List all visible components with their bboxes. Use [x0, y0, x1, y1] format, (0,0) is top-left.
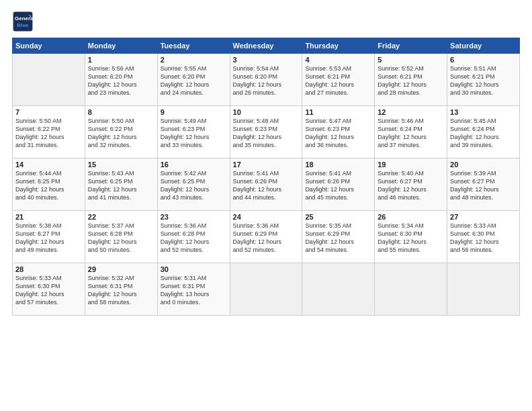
day-number: 19 [378, 161, 444, 169]
week-row-4: 21Sunrise: 5:38 AM Sunset: 6:27 PM Dayli… [13, 211, 520, 263]
day-number: 25 [305, 213, 371, 221]
day-content: Sunrise: 5:33 AM Sunset: 6:30 PM Dayligh… [15, 274, 82, 307]
day-content: Sunrise: 5:39 AM Sunset: 6:27 PM Dayligh… [450, 169, 517, 202]
day-content: Sunrise: 5:42 AM Sunset: 6:25 PM Dayligh… [161, 169, 227, 202]
calendar-cell [375, 263, 447, 316]
calendar-cell: 21Sunrise: 5:38 AM Sunset: 6:27 PM Dayli… [13, 211, 85, 263]
day-content: Sunrise: 5:45 AM Sunset: 6:24 PM Dayligh… [450, 117, 517, 150]
day-number: 21 [15, 213, 82, 221]
calendar-body: 1Sunrise: 5:56 AM Sunset: 6:20 PM Daylig… [13, 54, 520, 316]
calendar-cell: 20Sunrise: 5:39 AM Sunset: 6:27 PM Dayli… [447, 158, 520, 211]
day-number: 12 [378, 108, 444, 116]
calendar-cell [230, 263, 302, 316]
week-row-2: 7Sunrise: 5:50 AM Sunset: 6:22 PM Daylig… [13, 106, 520, 158]
day-content: Sunrise: 5:54 AM Sunset: 6:20 PM Dayligh… [233, 64, 300, 97]
day-content: Sunrise: 5:36 AM Sunset: 6:29 PM Dayligh… [233, 222, 300, 255]
weekday-header-thursday: Thursday [302, 38, 375, 54]
day-content: Sunrise: 5:34 AM Sunset: 6:30 PM Dayligh… [378, 222, 444, 255]
calendar-cell: 16Sunrise: 5:42 AM Sunset: 6:25 PM Dayli… [157, 158, 230, 211]
calendar-cell: 1Sunrise: 5:56 AM Sunset: 6:20 PM Daylig… [85, 54, 157, 106]
day-number: 16 [161, 161, 227, 169]
calendar-cell: 22Sunrise: 5:37 AM Sunset: 6:28 PM Dayli… [85, 211, 157, 263]
calendar-cell [447, 263, 520, 316]
day-number: 23 [161, 213, 227, 221]
weekday-header-sunday: Sunday [13, 38, 85, 54]
day-content: Sunrise: 5:50 AM Sunset: 6:22 PM Dayligh… [88, 117, 154, 150]
day-number: 15 [88, 161, 154, 169]
calendar-cell: 9Sunrise: 5:49 AM Sunset: 6:23 PM Daylig… [157, 106, 230, 158]
calendar-cell: 13Sunrise: 5:45 AM Sunset: 6:24 PM Dayli… [447, 106, 520, 158]
day-content: Sunrise: 5:41 AM Sunset: 6:26 PM Dayligh… [305, 169, 371, 202]
day-number: 26 [378, 213, 444, 221]
day-number: 3 [233, 56, 300, 64]
day-number: 22 [88, 213, 154, 221]
day-content: Sunrise: 5:47 AM Sunset: 6:23 PM Dayligh… [305, 117, 371, 150]
calendar-cell [13, 54, 85, 106]
day-content: Sunrise: 5:32 AM Sunset: 6:31 PM Dayligh… [88, 274, 154, 307]
calendar-cell: 23Sunrise: 5:36 AM Sunset: 6:28 PM Dayli… [157, 211, 230, 263]
calendar-header: SundayMondayTuesdayWednesdayThursdayFrid… [13, 38, 520, 54]
day-content: Sunrise: 5:56 AM Sunset: 6:20 PM Dayligh… [88, 64, 154, 97]
calendar-cell: 28Sunrise: 5:33 AM Sunset: 6:30 PM Dayli… [13, 263, 85, 316]
day-number: 9 [161, 108, 227, 116]
calendar-cell: 29Sunrise: 5:32 AM Sunset: 6:31 PM Dayli… [85, 263, 157, 316]
calendar-cell: 25Sunrise: 5:35 AM Sunset: 6:29 PM Dayli… [302, 211, 375, 263]
day-content: Sunrise: 5:40 AM Sunset: 6:27 PM Dayligh… [378, 169, 444, 202]
day-number: 10 [233, 108, 300, 116]
calendar-cell: 2Sunrise: 5:55 AM Sunset: 6:20 PM Daylig… [157, 54, 230, 106]
weekday-header-monday: Monday [85, 38, 157, 54]
day-content: Sunrise: 5:53 AM Sunset: 6:21 PM Dayligh… [305, 64, 371, 97]
weekday-header-tuesday: Tuesday [157, 38, 230, 54]
day-content: Sunrise: 5:41 AM Sunset: 6:26 PM Dayligh… [233, 169, 300, 202]
calendar-cell: 17Sunrise: 5:41 AM Sunset: 6:26 PM Dayli… [230, 158, 302, 211]
day-number: 8 [88, 108, 154, 116]
weekday-row: SundayMondayTuesdayWednesdayThursdayFrid… [13, 38, 520, 54]
day-content: Sunrise: 5:43 AM Sunset: 6:25 PM Dayligh… [88, 169, 154, 202]
logo-icon: General Blue [12, 11, 34, 32]
day-number: 18 [305, 161, 371, 169]
calendar-cell [302, 263, 375, 316]
week-row-1: 1Sunrise: 5:56 AM Sunset: 6:20 PM Daylig… [13, 54, 520, 106]
calendar-cell: 11Sunrise: 5:47 AM Sunset: 6:23 PM Dayli… [302, 106, 375, 158]
day-content: Sunrise: 5:48 AM Sunset: 6:23 PM Dayligh… [233, 117, 300, 150]
day-content: Sunrise: 5:37 AM Sunset: 6:28 PM Dayligh… [88, 222, 154, 255]
day-content: Sunrise: 5:50 AM Sunset: 6:22 PM Dayligh… [15, 117, 82, 150]
day-content: Sunrise: 5:46 AM Sunset: 6:24 PM Dayligh… [378, 117, 444, 150]
day-number: 28 [15, 265, 82, 273]
calendar-cell: 7Sunrise: 5:50 AM Sunset: 6:22 PM Daylig… [13, 106, 85, 158]
day-number: 7 [15, 108, 82, 116]
calendar-cell: 4Sunrise: 5:53 AM Sunset: 6:21 PM Daylig… [302, 54, 375, 106]
calendar-cell: 10Sunrise: 5:48 AM Sunset: 6:23 PM Dayli… [230, 106, 302, 158]
day-content: Sunrise: 5:55 AM Sunset: 6:20 PM Dayligh… [161, 64, 227, 97]
week-row-5: 28Sunrise: 5:33 AM Sunset: 6:30 PM Dayli… [13, 263, 520, 316]
calendar-cell: 12Sunrise: 5:46 AM Sunset: 6:24 PM Dayli… [375, 106, 447, 158]
calendar-cell: 6Sunrise: 5:51 AM Sunset: 6:21 PM Daylig… [447, 54, 520, 106]
day-number: 11 [305, 108, 371, 116]
weekday-header-friday: Friday [375, 38, 447, 54]
calendar-cell: 30Sunrise: 5:31 AM Sunset: 6:31 PM Dayli… [157, 263, 230, 316]
day-number: 14 [15, 161, 82, 169]
day-number: 13 [450, 108, 517, 116]
calendar-cell: 24Sunrise: 5:36 AM Sunset: 6:29 PM Dayli… [230, 211, 302, 263]
calendar-table: SundayMondayTuesdayWednesdayThursdayFrid… [12, 38, 520, 316]
calendar-cell: 8Sunrise: 5:50 AM Sunset: 6:22 PM Daylig… [85, 106, 157, 158]
day-content: Sunrise: 5:44 AM Sunset: 6:25 PM Dayligh… [15, 169, 82, 202]
day-content: Sunrise: 5:31 AM Sunset: 6:31 PM Dayligh… [161, 274, 227, 307]
day-content: Sunrise: 5:33 AM Sunset: 6:30 PM Dayligh… [450, 222, 517, 255]
day-number: 5 [378, 56, 444, 64]
day-number: 24 [233, 213, 300, 221]
calendar-cell: 3Sunrise: 5:54 AM Sunset: 6:20 PM Daylig… [230, 54, 302, 106]
calendar-cell: 5Sunrise: 5:52 AM Sunset: 6:21 PM Daylig… [375, 54, 447, 106]
day-content: Sunrise: 5:38 AM Sunset: 6:27 PM Dayligh… [15, 222, 82, 255]
weekday-header-wednesday: Wednesday [230, 38, 302, 54]
day-number: 30 [161, 265, 227, 273]
weekday-header-saturday: Saturday [447, 38, 520, 54]
calendar-cell: 26Sunrise: 5:34 AM Sunset: 6:30 PM Dayli… [375, 211, 447, 263]
day-content: Sunrise: 5:49 AM Sunset: 6:23 PM Dayligh… [161, 117, 227, 150]
calendar-cell: 27Sunrise: 5:33 AM Sunset: 6:30 PM Dayli… [447, 211, 520, 263]
logo: General Blue [12, 11, 36, 32]
day-number: 29 [88, 265, 154, 273]
svg-text:Blue: Blue [17, 22, 29, 28]
calendar-page: General Blue SundayMondayTuesdayWednesda… [0, 0, 532, 411]
day-number: 2 [161, 56, 227, 64]
